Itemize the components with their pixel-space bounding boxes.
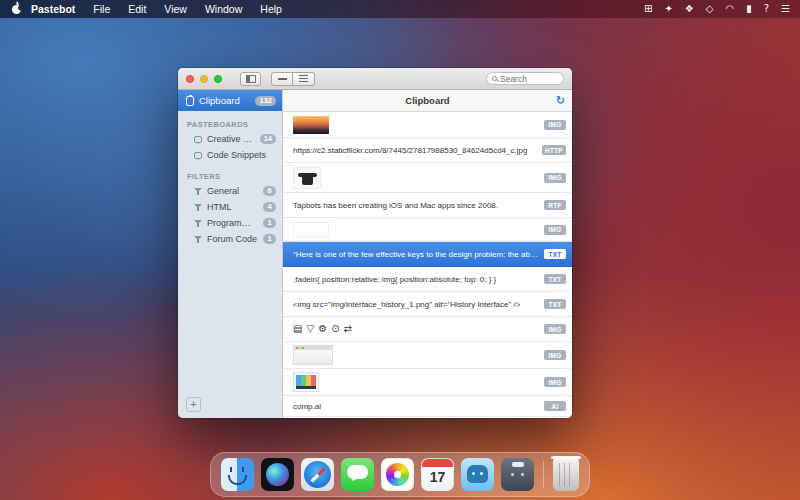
- icon-glyph: ⚙: [318, 324, 327, 334]
- sidebar: Clipboard 132 PASTEBOARDSCreative Quotes…: [178, 90, 283, 418]
- type-badge: IMG: [544, 173, 566, 183]
- quote-icon: [194, 136, 202, 143]
- title-bar[interactable]: [178, 68, 572, 90]
- sync-icon[interactable]: ↻: [556, 90, 565, 111]
- sidebar-item-label: Forum Code: [207, 234, 257, 244]
- type-badge: RTF: [544, 200, 566, 210]
- sidebar-item-label: Programming: [207, 218, 258, 228]
- dropbox-icon[interactable]: ❖: [685, 0, 694, 18]
- clipboard-row[interactable]: ▤▽⚙⊙⇄IMG: [283, 317, 572, 342]
- dock-tweetbot-icon[interactable]: [461, 458, 494, 491]
- single-line-icon: [278, 78, 287, 80]
- sidebar-item-code-snippets[interactable]: Code Snippets: [178, 147, 282, 163]
- app-screenshot-thumbnail: [293, 372, 319, 392]
- sidebar-item-clipboard[interactable]: Clipboard 132: [178, 90, 282, 111]
- clipboard-row[interactable]: IMG: [283, 112, 572, 138]
- funnel-icon: [194, 219, 202, 228]
- clipboard-row-text: https://c2.staticflickr.com/8/7445/27817…: [293, 146, 527, 155]
- desktop-wallpaper: Pastebot FileEditViewWindowHelp ⊞✦❖◇◠▮?☰: [0, 0, 800, 500]
- menu-file[interactable]: File: [84, 3, 119, 15]
- single-view-button[interactable]: [271, 72, 293, 86]
- search-icon: [492, 76, 497, 81]
- blank-thumbnail: [293, 222, 329, 237]
- tshirt-thumbnail: [293, 167, 321, 189]
- type-badge: IMG: [544, 225, 566, 235]
- sunset-thumbnail: [293, 116, 329, 134]
- list-view-button[interactable]: [293, 72, 315, 86]
- quote-icon: [194, 152, 202, 159]
- zoom-button[interactable]: [214, 75, 222, 83]
- list-lines-icon: [299, 75, 308, 82]
- dock-safari-icon[interactable]: [301, 458, 334, 491]
- funnel-icon: [194, 235, 202, 244]
- spectacle-icon[interactable]: ✦: [664, 0, 672, 18]
- clipboard-row[interactable]: comp.aiAI: [283, 396, 572, 417]
- clipboard-row[interactable]: https://c2.staticflickr.com/8/7445/27817…: [283, 138, 572, 163]
- sidebar-item-programming[interactable]: Programming1: [178, 215, 282, 231]
- add-pasteboard-button[interactable]: +: [186, 397, 201, 412]
- dock: 17: [210, 452, 590, 497]
- clipboard-row[interactable]: IMG: [283, 218, 572, 242]
- dock-messages-icon[interactable]: [341, 458, 374, 491]
- clipboard-row[interactable]: IMG: [283, 342, 572, 369]
- pastebot-window: Clipboard 132 PASTEBOARDSCreative Quotes…: [178, 68, 572, 418]
- search-input[interactable]: [500, 74, 558, 84]
- content-header: Clipboard ↻: [283, 90, 572, 112]
- funnel-icon: [194, 187, 202, 196]
- window-screenshot-thumbnail: [293, 345, 333, 365]
- menu-view[interactable]: View: [155, 3, 196, 15]
- sidebar-item-label: Code Snippets: [207, 150, 266, 160]
- menu-extra-icon[interactable]: ☰: [781, 0, 790, 18]
- dock-trash-icon[interactable]: [553, 458, 579, 491]
- view-mode-segmented-control: [271, 72, 315, 86]
- parallels-icon[interactable]: ⊞: [644, 0, 652, 18]
- content-title: Clipboard: [405, 95, 449, 106]
- clipboard-row[interactable]: IMG: [283, 369, 572, 396]
- sidebar-item-general[interactable]: General6: [178, 183, 282, 199]
- type-badge: HTTP: [542, 145, 566, 155]
- count-badge: 4: [263, 202, 276, 212]
- clipboard-row[interactable]: “Here is one of the few effective keys t…: [283, 242, 572, 267]
- search-field[interactable]: [486, 72, 564, 85]
- toolbar-icons-thumbnail: ▤▽⚙⊙⇄: [293, 324, 352, 334]
- clipboard-row-text: .fadein{ position:relative; img{ positio…: [293, 275, 496, 284]
- count-badge: 14: [260, 134, 276, 144]
- clipboard-list: IMGhttps://c2.staticflickr.com/8/7445/27…: [283, 112, 572, 418]
- dock-finder-icon[interactable]: [221, 458, 254, 491]
- menu-window[interactable]: Window: [196, 3, 251, 15]
- minimize-button[interactable]: [200, 75, 208, 83]
- funnel-icon: [194, 203, 202, 212]
- sidebar-toggle-button[interactable]: [240, 72, 261, 86]
- app-menu-pastebot[interactable]: Pastebot: [27, 3, 84, 15]
- menu-edit[interactable]: Edit: [119, 3, 155, 15]
- type-badge: IMG: [544, 120, 566, 130]
- wifi-icon[interactable]: ◠: [725, 0, 734, 18]
- status-icon-tray: ⊞✦❖◇◠▮?☰: [644, 0, 790, 18]
- type-badge: AI: [544, 401, 566, 411]
- type-badge: IMG: [544, 377, 566, 387]
- dock-pastebot-icon[interactable]: [501, 458, 534, 491]
- dock-calendar-icon[interactable]: 17: [421, 458, 454, 491]
- menu-help[interactable]: Help: [251, 3, 291, 15]
- close-button[interactable]: [186, 75, 194, 83]
- sidebar-item-label: General: [207, 186, 239, 196]
- clipboard-row[interactable]: .fadein{ position:relative; img{ positio…: [283, 267, 572, 292]
- clipboard-row[interactable]: Tapbots has been creating iOS and Mac ap…: [283, 193, 572, 218]
- dock-photos-icon[interactable]: [381, 458, 414, 491]
- sidebar-item-forum-code[interactable]: Forum Code1: [178, 231, 282, 247]
- apple-menu[interactable]: [10, 5, 27, 14]
- sidebar-item-creative-quotes[interactable]: Creative Quotes14: [178, 131, 282, 147]
- dock-separator: [543, 461, 544, 488]
- clipboard-row[interactable]: IMG: [283, 163, 572, 193]
- apple-icon: [12, 5, 21, 14]
- clipboard-row-text: comp.ai: [293, 402, 321, 411]
- type-badge: TXT: [544, 249, 566, 259]
- sidebar-icon: [246, 75, 256, 83]
- clipboard-row[interactable]: <img src="img/interface_history_1.png" a…: [283, 292, 572, 317]
- bluetooth-icon[interactable]: ◇: [706, 0, 714, 18]
- sidebar-item-html[interactable]: HTML4: [178, 199, 282, 215]
- battery-icon[interactable]: ▮: [746, 0, 752, 18]
- help-icon[interactable]: ?: [764, 0, 769, 18]
- clipboard-row-text: Tapbots has been creating iOS and Mac ap…: [293, 201, 498, 210]
- dock-siri-icon[interactable]: [261, 458, 294, 491]
